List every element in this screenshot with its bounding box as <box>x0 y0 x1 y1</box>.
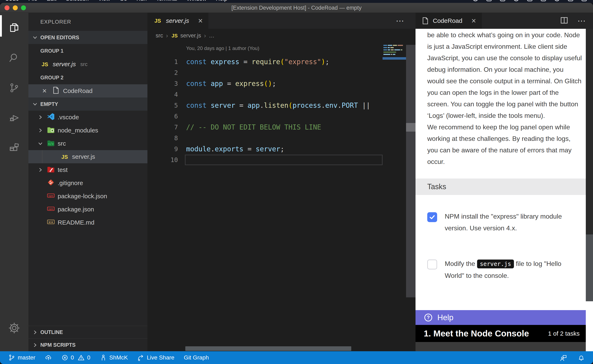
menu-item-view[interactable]: View <box>98 0 110 3</box>
menubar-status-icon <box>500 0 505 1</box>
lesson-text-line: working at these challenges. By reading … <box>427 133 586 144</box>
task-checkbox[interactable] <box>427 212 437 222</box>
task-checkbox[interactable] <box>427 260 437 269</box>
menu-item-edit[interactable]: Edit <box>47 0 56 3</box>
status-live-share[interactable]: Live Share <box>137 354 174 361</box>
more-actions-icon[interactable]: ⋯ <box>577 16 586 26</box>
workspace-section-header[interactable]: EMPTY <box>28 98 147 111</box>
scrollbar-thumb[interactable] <box>586 234 593 301</box>
code-line-10[interactable]: 10 <box>147 155 383 165</box>
webview-scrollbar[interactable] <box>586 29 593 351</box>
breadcrumb-item--[interactable]: … <box>209 32 214 39</box>
activity-settings-icon[interactable] <box>0 313 28 343</box>
status-bar-left: master00ShMcKLive ShareGit Graph <box>8 354 218 361</box>
code-line-1[interactable]: 1const express = require("express"); <box>147 56 383 67</box>
menu-item-code[interactable]: Code <box>5 0 19 3</box>
status-cloud-upload[interactable] <box>45 354 52 361</box>
status-feedback[interactable] <box>560 354 567 361</box>
file-name: test <box>58 166 67 173</box>
more-actions-icon[interactable]: ⋯ <box>396 16 404 26</box>
activity-explorer-icon[interactable] <box>0 13 28 43</box>
activity-extensions-icon[interactable] <box>0 133 28 163</box>
tree-item--gitignore[interactable]: .gitignore <box>28 176 147 190</box>
minimap[interactable] <box>383 45 406 98</box>
tree-item-src[interactable]: </>src <box>28 137 147 150</box>
file-name: .vscode <box>58 114 79 121</box>
editor-tab-bar: JS server.js × ⋯ <box>147 13 415 29</box>
status-0[interactable]: 0 <box>78 354 90 361</box>
code-line-7[interactable]: 7// -- DO NOT EDIT BELOW THIS LINE <box>147 122 383 133</box>
vscode-window: CodeFileEditSelectionViewGoRunTerminalWi… <box>0 0 593 364</box>
lesson-text-line: is just a JavaScript environment. Like c… <box>427 41 586 52</box>
tab-server-js[interactable]: JS server.js × <box>147 13 208 29</box>
status-master[interactable]: master <box>8 354 35 361</box>
code-line-8[interactable]: 8 <box>147 133 383 143</box>
breadcrumb-item-server-js[interactable]: JSserver.js <box>171 32 201 39</box>
svg-text:M: M <box>49 221 51 224</box>
open-editors-section-header[interactable]: OPEN EDITORS <box>28 31 147 44</box>
open-editors-label: OPEN EDITORS <box>40 35 79 40</box>
code-line-2[interactable]: 2 <box>147 67 383 78</box>
code-line-9[interactable]: 9module.exports = server; <box>147 143 383 155</box>
file-type-icon <box>47 165 55 175</box>
menu-item-help[interactable]: Help <box>216 0 227 3</box>
menu-item-run[interactable]: Run <box>137 0 147 3</box>
activity-bottom <box>0 313 28 343</box>
status-0[interactable]: 0 <box>61 354 74 361</box>
close-tab-icon[interactable]: × <box>198 16 203 25</box>
tree-item-test[interactable]: test <box>28 163 147 176</box>
open-editor-item-coderoad[interactable]: ×CodeRoad <box>28 84 147 98</box>
sidebar-section-npm-scripts[interactable]: NPM SCRIPTS <box>28 338 147 351</box>
breadcrumb-item-src[interactable]: src <box>156 32 163 39</box>
codelens-annotation[interactable]: You, 20 days ago | 1 author (You) <box>186 44 259 53</box>
activity-source-control-icon[interactable] <box>0 73 28 103</box>
menu-item-file[interactable]: File <box>28 0 38 3</box>
chevron-right-icon <box>31 329 39 336</box>
code-line-6[interactable]: 6 <box>147 111 383 122</box>
editor-scrollbar[interactable] <box>406 45 415 297</box>
window-title-bar[interactable]: [Extension Development Host] - CodeRoad … <box>0 3 593 13</box>
file-icon <box>421 17 429 25</box>
activity-search-icon[interactable] <box>0 43 28 73</box>
code-text: const app = express(); <box>186 80 276 88</box>
code-line-3[interactable]: 3const app = express(); <box>147 78 383 89</box>
lesson-text-line: JavaScript, you can use the console to d… <box>427 52 586 64</box>
code-editor[interactable]: 1const express = require("express");23co… <box>147 56 383 165</box>
js-file-icon: JS <box>153 18 162 24</box>
tab-coderoad[interactable]: CodeRoad × <box>415 13 482 29</box>
tree-item-server-js[interactable]: JSserver.js <box>28 150 147 163</box>
code-line-4[interactable]: 4 <box>147 89 383 100</box>
file-name: .gitignore <box>58 180 83 187</box>
code-line-5[interactable]: 5const server = app.listen(process.env.P… <box>147 100 383 111</box>
file-type-icon: </> <box>47 139 55 148</box>
tree-item--vscode[interactable]: .vscode <box>28 111 147 124</box>
activity-run-debug-icon[interactable] <box>0 103 28 133</box>
tree-item-readme-md[interactable]: MREADME.md <box>28 216 147 229</box>
lesson-text-line: occur. <box>427 156 586 167</box>
open-editors-group-label: GROUP 1 <box>28 44 147 58</box>
menu-item-window[interactable]: Window <box>187 0 206 3</box>
menu-item-terminal[interactable]: Terminal <box>156 0 177 3</box>
status-shmck[interactable]: ShMcK <box>100 354 128 361</box>
tree-item-node_modules[interactable]: jsnode_modules <box>28 124 147 137</box>
current-line-highlight <box>185 155 383 165</box>
status-bell[interactable] <box>578 354 585 361</box>
sidebar-bottom-sections: OUTLINENPM SCRIPTS <box>28 326 147 351</box>
open-editor-item-server-js[interactable]: JSserver.jssrc <box>28 58 147 71</box>
help-section-header[interactable]: ? Help <box>415 310 586 325</box>
task-description: NPM install the "express" library module… <box>445 211 562 234</box>
status-git-graph[interactable]: Git Graph <box>184 354 209 361</box>
line-number: 10 <box>147 156 178 163</box>
horizontal-scrollbar-thumb[interactable] <box>185 346 351 351</box>
sidebar-section-outline[interactable]: OUTLINE <box>28 326 147 338</box>
tree-item-package-json[interactable]: npmpackage.json <box>28 203 147 216</box>
close-tab-icon[interactable]: × <box>471 16 476 25</box>
tree-item-package-lock-json[interactable]: npmpackage-lock.json <box>28 190 147 203</box>
code-text: const server = app.listen(process.env.PO… <box>186 101 370 109</box>
close-icon[interactable]: × <box>40 87 49 95</box>
menu-item-go[interactable]: Go <box>120 0 127 3</box>
scrollbar-thumb[interactable] <box>406 123 415 132</box>
menu-item-selection[interactable]: Selection <box>66 0 89 3</box>
split-editor-icon[interactable] <box>560 16 568 25</box>
file-type-icon: M <box>47 218 55 227</box>
